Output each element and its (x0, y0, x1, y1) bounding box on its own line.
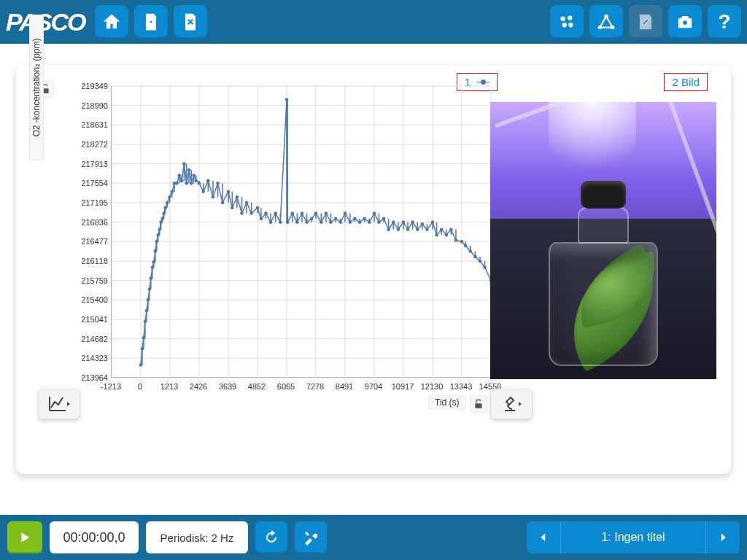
svg-point-303 (431, 220, 435, 224)
svg-point-2 (562, 23, 566, 27)
graph-tools-button[interactable] (38, 389, 80, 419)
y-tick-label: 214323 (35, 354, 108, 362)
svg-point-251 (190, 182, 193, 185)
svg-point-312 (473, 255, 477, 259)
y-tick-label: 216477 (35, 237, 108, 246)
svg-point-243 (171, 190, 174, 193)
graph-panel: 1 O2 -koncentration₂ (ppm) 2139642143232… (31, 73, 498, 430)
svg-line-117 (237, 197, 242, 213)
x-tick-label: 7278 (306, 382, 324, 391)
svg-point-300 (416, 228, 419, 231)
svg-point-227 (145, 309, 149, 313)
svg-point-278 (310, 217, 314, 221)
svg-point-295 (392, 220, 395, 224)
svg-point-256 (206, 179, 210, 183)
svg-point-234 (155, 240, 158, 244)
svg-point-229 (148, 287, 152, 291)
svg-line-103 (204, 181, 209, 192)
svg-point-293 (382, 217, 386, 221)
y-tick-label: 217195 (35, 198, 108, 207)
svg-point-269 (269, 220, 273, 224)
svg-point-228 (147, 298, 150, 302)
svg-point-259 (221, 201, 225, 205)
svg-point-304 (435, 233, 438, 237)
y-tick-label: 214682 (35, 335, 108, 343)
svg-point-240 (163, 206, 167, 210)
svg-point-273 (286, 220, 290, 224)
svg-point-306 (444, 233, 448, 237)
x-tick-label: 6065 (277, 382, 295, 391)
image-legend[interactable]: 2 Bild (664, 73, 708, 91)
svg-point-231 (151, 265, 155, 269)
svg-point-311 (468, 249, 472, 253)
replay-button[interactable] (255, 521, 287, 553)
svg-point-302 (425, 228, 429, 231)
prev-page-button[interactable] (527, 521, 560, 553)
image-tools-button[interactable] (490, 389, 533, 419)
camera-button[interactable] (668, 5, 702, 39)
svg-point-3 (569, 23, 573, 27)
svg-point-277 (305, 220, 309, 224)
svg-point-286 (349, 220, 352, 224)
x-tick-label: 8491 (336, 382, 353, 391)
x-tick-label: 12130 (421, 382, 444, 391)
y-tick-label: 217913 (35, 160, 108, 168)
svg-point-292 (377, 220, 381, 224)
brand-logo: PASCO (6, 8, 89, 36)
page-navigator: 1: Ingen titel (527, 521, 740, 553)
graph-tools-icon (47, 394, 71, 413)
svg-line-119 (241, 203, 247, 213)
svg-point-253 (195, 179, 198, 183)
svg-point-247 (180, 179, 184, 183)
x-tick-label: 10917 (392, 382, 414, 391)
svg-point-296 (397, 228, 400, 231)
x-tick-label: 3639 (219, 382, 236, 391)
svg-point-250 (187, 168, 191, 172)
home-button[interactable] (95, 5, 128, 39)
x-axis-label[interactable]: Tid (s) (428, 395, 466, 410)
svg-point-280 (320, 220, 323, 224)
svg-point-297 (402, 220, 406, 224)
close-file-button[interactable] (174, 5, 207, 39)
y-tick-label: 218272 (35, 140, 108, 149)
sampling-mode-display[interactable]: Periodisk: 2 Hz (146, 521, 248, 553)
svg-point-6 (611, 26, 614, 28)
svg-point-274 (290, 211, 294, 215)
svg-point-285 (344, 211, 347, 215)
sensors-button[interactable] (550, 5, 584, 39)
svg-point-248 (182, 162, 186, 166)
unlock-icon (473, 398, 484, 410)
help-button[interactable]: ? (708, 5, 741, 39)
workspace: 1 O2 -koncentration₂ (ppm) 2139642143232… (16, 66, 731, 474)
svg-point-265 (249, 211, 253, 215)
geometry-button[interactable] (589, 5, 623, 39)
record-button[interactable] (7, 521, 42, 553)
svg-point-242 (168, 195, 171, 199)
svg-point-309 (460, 240, 464, 244)
svg-point-261 (231, 206, 234, 210)
plot-area[interactable] (111, 86, 490, 378)
experiment-photo[interactable] (490, 102, 716, 379)
svg-point-233 (153, 249, 157, 253)
y-tick-label: 218631 (35, 120, 108, 129)
svg-point-245 (175, 182, 179, 185)
svg-line-135 (280, 99, 287, 222)
svg-point-301 (421, 222, 425, 226)
chevron-left-icon (537, 531, 550, 544)
svg-point-255 (201, 190, 205, 193)
svg-point-266 (256, 206, 260, 210)
svg-point-268 (264, 211, 268, 215)
x-axis-lock-button[interactable] (470, 395, 487, 413)
next-page-button[interactable] (706, 521, 740, 553)
settings-button[interactable] (295, 521, 327, 553)
svg-point-241 (166, 201, 169, 205)
y-tick-label: 215041 (35, 315, 108, 324)
new-file-button[interactable] (134, 5, 168, 39)
svg-point-307 (449, 228, 453, 231)
svg-point-282 (329, 220, 333, 224)
page-title[interactable]: 1: Ingen titel (560, 521, 706, 553)
camera-icon (676, 12, 694, 31)
svg-line-179 (384, 219, 389, 230)
svg-point-238 (160, 217, 164, 221)
svg-point-279 (314, 211, 318, 215)
